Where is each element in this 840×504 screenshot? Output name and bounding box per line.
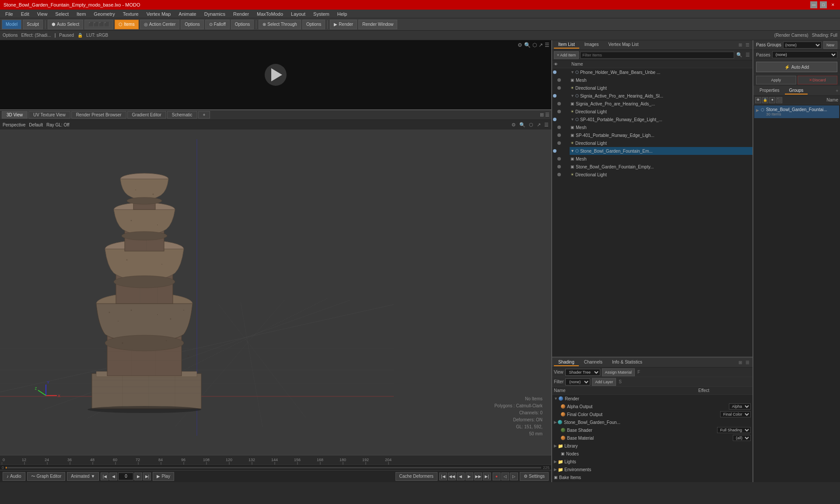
vis-toggle[interactable]	[557, 102, 561, 105]
shading-config-icon[interactable]: ☰	[744, 360, 751, 365]
item-row-light-1[interactable]: ☀ Directional Light	[570, 84, 752, 92]
filter-lock-icon[interactable]: S	[618, 379, 623, 384]
filter-icon[interactable]: 🔍	[735, 51, 743, 59]
tab-shading[interactable]: Shading	[554, 359, 579, 366]
transport-6[interactable]: ▶|	[483, 472, 491, 480]
animated-dropdown[interactable]: Animated ▼	[67, 472, 99, 481]
prev-first-button[interactable]: |◀	[101, 472, 108, 480]
next-last-button[interactable]: ▶|	[143, 472, 151, 480]
next-button[interactable]: ▶	[134, 472, 142, 480]
menu-file[interactable]: File	[2, 10, 17, 18]
menu-texture[interactable]: Texture	[119, 10, 142, 18]
tab-info-statistics[interactable]: Info & Statistics	[608, 359, 647, 366]
audio-button[interactable]: ♪ Audio	[3, 472, 25, 481]
shader-row-base-material[interactable]: Base Material (all)	[552, 434, 752, 442]
item-row-mesh-3[interactable]: ▣ Mesh	[570, 123, 752, 131]
transport-3[interactable]: ◀	[457, 472, 465, 480]
mode-model-button[interactable]: Model	[2, 20, 21, 29]
vis-toggle[interactable]	[557, 165, 561, 168]
menu-vertex-map[interactable]: Vertex Map	[143, 10, 175, 18]
vis-toggle[interactable]	[557, 173, 561, 176]
groups-vis-icon-1[interactable]: 👁	[755, 97, 761, 103]
graph-editor-button[interactable]: 〜 Graph Editor	[27, 472, 66, 481]
transport-2[interactable]: ◀◀	[448, 472, 456, 480]
item-row-1[interactable]: ▼ ⬡ Phone_Holder_We_Bare_Bears_Unbe ...	[570, 68, 752, 76]
next-frame[interactable]: ▷	[510, 472, 518, 480]
settings-button[interactable]: ⚙ Settings	[520, 472, 549, 481]
vis-toggle[interactable]	[553, 94, 556, 98]
items-button[interactable]: ⬡ Items	[115, 20, 138, 29]
preview-icon-1[interactable]: ⚙	[518, 42, 522, 48]
passes-dropdown[interactable]: (none)	[772, 51, 837, 58]
play-button-bottom[interactable]: ▶ Play	[153, 472, 174, 481]
item-row-mesh-2[interactable]: ▣ Signia_Active_Pro_are_Hearing_Aids_...	[570, 100, 752, 108]
tab-schematic[interactable]: Schematic	[167, 111, 197, 119]
pass-groups-dropdown[interactable]: (none)	[783, 42, 822, 49]
vp-icon-2[interactable]: 🔍	[519, 122, 525, 128]
tab-vertex-map[interactable]: Vertex Map List	[604, 41, 643, 49]
vis-toggle[interactable]	[553, 118, 556, 121]
options1-button[interactable]: Options	[181, 20, 203, 29]
menu-render[interactable]: Render	[230, 10, 252, 18]
item-row-3[interactable]: ▼ ⬡ SP-401_Portable_Runway_Edge_Light_..…	[570, 116, 752, 123]
item-row-light-4[interactable]: ☀ Directional Light	[570, 171, 752, 178]
vp-icon-1[interactable]: ⚙	[511, 122, 516, 128]
options3-button[interactable]: Options	[302, 20, 325, 29]
vis-toggle[interactable]	[557, 78, 561, 82]
menu-view[interactable]: View	[34, 10, 51, 18]
view-dropdown[interactable]: Shader Tree	[565, 369, 600, 376]
menu-help[interactable]: Help	[334, 10, 351, 18]
shader-row-bake-items[interactable]: ▣ Bake Items	[552, 473, 752, 481]
minimize-button[interactable]: —	[810, 1, 817, 8]
tab-groups[interactable]: Groups	[785, 87, 808, 94]
shader-row-lights[interactable]: ▶ 📁 Lights	[552, 458, 752, 466]
base-material-effect-dropdown[interactable]: (all)	[733, 435, 751, 441]
preview-play-button[interactable]	[265, 64, 287, 86]
shader-row-render[interactable]: ▼ Render	[552, 395, 752, 402]
alpha-effect-dropdown[interactable]: Alpha	[729, 403, 751, 410]
vp-icon-4[interactable]: ↗	[537, 122, 541, 128]
shader-row-nodes[interactable]: ▣ Nodes	[552, 450, 752, 458]
vis-toggle[interactable]	[553, 149, 556, 153]
assign-material-button[interactable]: Assign Material	[602, 368, 635, 376]
shader-row-environments[interactable]: ▶ 📁 Environments	[552, 466, 752, 473]
tab-uv-texture[interactable]: UV Texture View	[28, 111, 70, 119]
shading-lock-icon[interactable]: F	[637, 370, 641, 374]
record-button[interactable]: ●	[493, 472, 500, 480]
groups-vis-icon-4[interactable]: ⬛	[776, 97, 782, 103]
transport-1[interactable]: |◀	[439, 472, 447, 480]
options-label[interactable]: Options	[3, 33, 18, 38]
vis-toggle[interactable]	[557, 126, 561, 129]
tab-properties[interactable]: Properties	[755, 87, 784, 94]
item-row-light-2[interactable]: ☀ Directional Light	[570, 108, 752, 116]
add-item-button[interactable]: + Add Item	[554, 51, 579, 59]
vis-toggle[interactable]	[553, 70, 556, 74]
panel-config-icon[interactable]: ☰	[744, 42, 751, 47]
groups-list-content[interactable]: ▶ ⬡ Stone_Bowl_Garden_Fountai... 30 Item…	[753, 105, 840, 482]
transport-5[interactable]: ▶▶	[474, 472, 482, 480]
transform-buttons[interactable]: ⬛⬛⬛⬛	[84, 20, 113, 29]
menu-select[interactable]: Select	[52, 10, 72, 18]
new-group-button[interactable]: New	[823, 41, 837, 49]
item-row-2[interactable]: ▼ ⬡ Signia_Active_Pro_are_Hearing_Aids_S…	[570, 92, 752, 100]
shading-expand-icon[interactable]: ⊞	[737, 360, 743, 365]
timeline-scrubber[interactable]: 0 225	[0, 465, 551, 470]
filter-dropdown[interactable]: (none)	[565, 378, 590, 385]
frame-input[interactable]	[118, 472, 133, 480]
transport-4[interactable]: ▶	[466, 472, 473, 480]
tab-gradient-editor[interactable]: Gradient Editor	[127, 111, 166, 119]
preview-gear-icon[interactable]: ☰	[545, 42, 550, 48]
apply-button[interactable]: Apply	[756, 76, 796, 84]
shader-row-fx[interactable]: 🎭 FX	[552, 481, 752, 482]
lock-icon[interactable]: 🔒	[77, 33, 83, 38]
list-settings-icon[interactable]: ☰	[745, 51, 751, 59]
shader-row-base-shader[interactable]: Base Shader Full Shading	[552, 426, 752, 434]
render-window-button[interactable]: Render Window	[358, 20, 397, 29]
discard-button[interactable]: ✕ Discard	[798, 76, 838, 84]
mode-sculpt-button[interactable]: Sculpt	[23, 20, 43, 29]
options2-button[interactable]: Options	[231, 20, 254, 29]
maximize-button[interactable]: □	[820, 1, 827, 8]
add-layer-button[interactable]: Add Layer	[592, 378, 616, 386]
groups-vis-icon-3[interactable]: ✦	[769, 97, 775, 103]
tab-images[interactable]: Images	[580, 41, 603, 49]
